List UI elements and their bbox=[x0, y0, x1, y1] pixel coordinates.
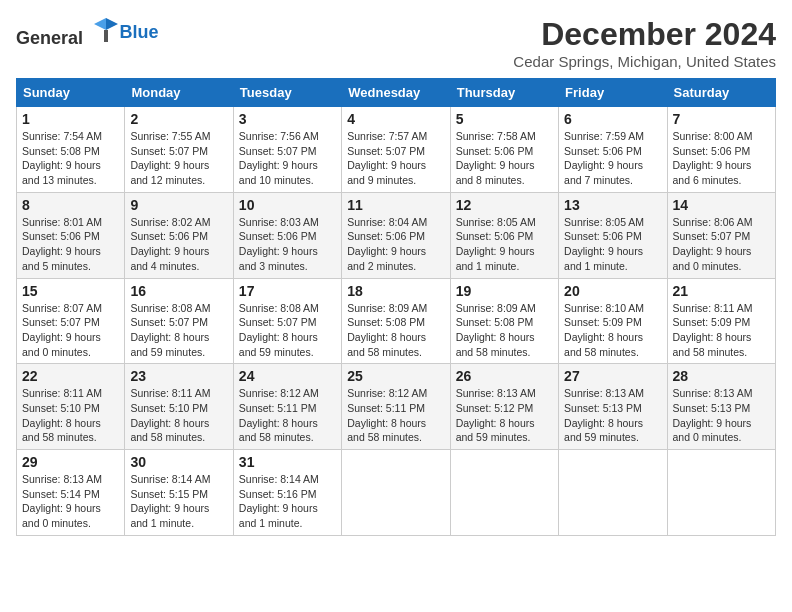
day-detail: Sunrise: 8:13 AM Sunset: 5:13 PM Dayligh… bbox=[673, 386, 770, 445]
day-detail: Sunrise: 7:59 AM Sunset: 5:06 PM Dayligh… bbox=[564, 129, 661, 188]
calendar-cell: 11Sunrise: 8:04 AM Sunset: 5:06 PM Dayli… bbox=[342, 192, 450, 278]
column-header-sunday: Sunday bbox=[17, 79, 125, 107]
calendar-header-row: SundayMondayTuesdayWednesdayThursdayFrid… bbox=[17, 79, 776, 107]
calendar-cell: 13Sunrise: 8:05 AM Sunset: 5:06 PM Dayli… bbox=[559, 192, 667, 278]
day-detail: Sunrise: 8:07 AM Sunset: 5:07 PM Dayligh… bbox=[22, 301, 119, 360]
day-number: 5 bbox=[456, 111, 553, 127]
day-number: 21 bbox=[673, 283, 770, 299]
calendar-cell: 8Sunrise: 8:01 AM Sunset: 5:06 PM Daylig… bbox=[17, 192, 125, 278]
column-header-saturday: Saturday bbox=[667, 79, 775, 107]
day-number: 16 bbox=[130, 283, 227, 299]
calendar-cell bbox=[450, 450, 558, 536]
day-number: 20 bbox=[564, 283, 661, 299]
calendar-cell: 1Sunrise: 7:54 AM Sunset: 5:08 PM Daylig… bbox=[17, 107, 125, 193]
calendar-cell: 5Sunrise: 7:58 AM Sunset: 5:06 PM Daylig… bbox=[450, 107, 558, 193]
calendar-cell: 16Sunrise: 8:08 AM Sunset: 5:07 PM Dayli… bbox=[125, 278, 233, 364]
day-number: 4 bbox=[347, 111, 444, 127]
calendar-week-row: 15Sunrise: 8:07 AM Sunset: 5:07 PM Dayli… bbox=[17, 278, 776, 364]
day-detail: Sunrise: 8:01 AM Sunset: 5:06 PM Dayligh… bbox=[22, 215, 119, 274]
day-detail: Sunrise: 8:04 AM Sunset: 5:06 PM Dayligh… bbox=[347, 215, 444, 274]
column-header-friday: Friday bbox=[559, 79, 667, 107]
day-detail: Sunrise: 8:05 AM Sunset: 5:06 PM Dayligh… bbox=[456, 215, 553, 274]
day-detail: Sunrise: 8:03 AM Sunset: 5:06 PM Dayligh… bbox=[239, 215, 336, 274]
day-number: 31 bbox=[239, 454, 336, 470]
day-detail: Sunrise: 8:09 AM Sunset: 5:08 PM Dayligh… bbox=[347, 301, 444, 360]
day-number: 10 bbox=[239, 197, 336, 213]
calendar-cell bbox=[667, 450, 775, 536]
day-detail: Sunrise: 8:11 AM Sunset: 5:09 PM Dayligh… bbox=[673, 301, 770, 360]
day-number: 28 bbox=[673, 368, 770, 384]
day-number: 3 bbox=[239, 111, 336, 127]
calendar-cell: 31Sunrise: 8:14 AM Sunset: 5:16 PM Dayli… bbox=[233, 450, 341, 536]
calendar-cell: 27Sunrise: 8:13 AM Sunset: 5:13 PM Dayli… bbox=[559, 364, 667, 450]
logo-blue-text: Blue bbox=[120, 22, 159, 42]
day-number: 30 bbox=[130, 454, 227, 470]
day-number: 12 bbox=[456, 197, 553, 213]
calendar-cell bbox=[342, 450, 450, 536]
calendar-cell: 25Sunrise: 8:12 AM Sunset: 5:11 PM Dayli… bbox=[342, 364, 450, 450]
logo: General Blue bbox=[16, 16, 159, 49]
day-detail: Sunrise: 7:54 AM Sunset: 5:08 PM Dayligh… bbox=[22, 129, 119, 188]
page-header: General Blue December 2024 Cedar Springs… bbox=[16, 16, 776, 70]
svg-marker-0 bbox=[106, 18, 118, 30]
calendar-week-row: 1Sunrise: 7:54 AM Sunset: 5:08 PM Daylig… bbox=[17, 107, 776, 193]
calendar-cell: 30Sunrise: 8:14 AM Sunset: 5:15 PM Dayli… bbox=[125, 450, 233, 536]
calendar-cell: 24Sunrise: 8:12 AM Sunset: 5:11 PM Dayli… bbox=[233, 364, 341, 450]
calendar-week-row: 22Sunrise: 8:11 AM Sunset: 5:10 PM Dayli… bbox=[17, 364, 776, 450]
calendar-cell: 4Sunrise: 7:57 AM Sunset: 5:07 PM Daylig… bbox=[342, 107, 450, 193]
calendar-cell: 28Sunrise: 8:13 AM Sunset: 5:13 PM Dayli… bbox=[667, 364, 775, 450]
calendar-cell: 2Sunrise: 7:55 AM Sunset: 5:07 PM Daylig… bbox=[125, 107, 233, 193]
calendar-cell: 18Sunrise: 8:09 AM Sunset: 5:08 PM Dayli… bbox=[342, 278, 450, 364]
calendar-cell: 15Sunrise: 8:07 AM Sunset: 5:07 PM Dayli… bbox=[17, 278, 125, 364]
column-header-monday: Monday bbox=[125, 79, 233, 107]
day-detail: Sunrise: 8:13 AM Sunset: 5:13 PM Dayligh… bbox=[564, 386, 661, 445]
day-detail: Sunrise: 8:00 AM Sunset: 5:06 PM Dayligh… bbox=[673, 129, 770, 188]
day-number: 15 bbox=[22, 283, 119, 299]
day-number: 25 bbox=[347, 368, 444, 384]
day-detail: Sunrise: 8:12 AM Sunset: 5:11 PM Dayligh… bbox=[347, 386, 444, 445]
day-number: 26 bbox=[456, 368, 553, 384]
day-number: 13 bbox=[564, 197, 661, 213]
calendar-cell: 20Sunrise: 8:10 AM Sunset: 5:09 PM Dayli… bbox=[559, 278, 667, 364]
calendar-cell: 21Sunrise: 8:11 AM Sunset: 5:09 PM Dayli… bbox=[667, 278, 775, 364]
svg-rect-2 bbox=[104, 30, 108, 42]
day-detail: Sunrise: 8:14 AM Sunset: 5:16 PM Dayligh… bbox=[239, 472, 336, 531]
calendar-cell: 23Sunrise: 8:11 AM Sunset: 5:10 PM Dayli… bbox=[125, 364, 233, 450]
column-header-wednesday: Wednesday bbox=[342, 79, 450, 107]
day-detail: Sunrise: 7:55 AM Sunset: 5:07 PM Dayligh… bbox=[130, 129, 227, 188]
day-detail: Sunrise: 8:11 AM Sunset: 5:10 PM Dayligh… bbox=[130, 386, 227, 445]
calendar-cell: 14Sunrise: 8:06 AM Sunset: 5:07 PM Dayli… bbox=[667, 192, 775, 278]
calendar-cell: 6Sunrise: 7:59 AM Sunset: 5:06 PM Daylig… bbox=[559, 107, 667, 193]
day-number: 27 bbox=[564, 368, 661, 384]
calendar-week-row: 8Sunrise: 8:01 AM Sunset: 5:06 PM Daylig… bbox=[17, 192, 776, 278]
calendar-cell: 10Sunrise: 8:03 AM Sunset: 5:06 PM Dayli… bbox=[233, 192, 341, 278]
day-number: 19 bbox=[456, 283, 553, 299]
day-number: 24 bbox=[239, 368, 336, 384]
day-detail: Sunrise: 8:08 AM Sunset: 5:07 PM Dayligh… bbox=[239, 301, 336, 360]
calendar-cell: 9Sunrise: 8:02 AM Sunset: 5:06 PM Daylig… bbox=[125, 192, 233, 278]
calendar-cell bbox=[559, 450, 667, 536]
calendar-cell: 19Sunrise: 8:09 AM Sunset: 5:08 PM Dayli… bbox=[450, 278, 558, 364]
month-title: December 2024 bbox=[513, 16, 776, 53]
calendar-cell: 26Sunrise: 8:13 AM Sunset: 5:12 PM Dayli… bbox=[450, 364, 558, 450]
calendar-cell: 7Sunrise: 8:00 AM Sunset: 5:06 PM Daylig… bbox=[667, 107, 775, 193]
day-number: 6 bbox=[564, 111, 661, 127]
day-detail: Sunrise: 8:12 AM Sunset: 5:11 PM Dayligh… bbox=[239, 386, 336, 445]
day-detail: Sunrise: 8:14 AM Sunset: 5:15 PM Dayligh… bbox=[130, 472, 227, 531]
day-detail: Sunrise: 8:10 AM Sunset: 5:09 PM Dayligh… bbox=[564, 301, 661, 360]
calendar-cell: 29Sunrise: 8:13 AM Sunset: 5:14 PM Dayli… bbox=[17, 450, 125, 536]
day-number: 18 bbox=[347, 283, 444, 299]
calendar-table: SundayMondayTuesdayWednesdayThursdayFrid… bbox=[16, 78, 776, 536]
day-number: 29 bbox=[22, 454, 119, 470]
title-area: December 2024 Cedar Springs, Michigan, U… bbox=[513, 16, 776, 70]
location-title: Cedar Springs, Michigan, United States bbox=[513, 53, 776, 70]
day-detail: Sunrise: 8:08 AM Sunset: 5:07 PM Dayligh… bbox=[130, 301, 227, 360]
column-header-tuesday: Tuesday bbox=[233, 79, 341, 107]
calendar-cell: 22Sunrise: 8:11 AM Sunset: 5:10 PM Dayli… bbox=[17, 364, 125, 450]
calendar-cell: 3Sunrise: 7:56 AM Sunset: 5:07 PM Daylig… bbox=[233, 107, 341, 193]
svg-marker-1 bbox=[94, 18, 106, 30]
day-number: 2 bbox=[130, 111, 227, 127]
day-number: 23 bbox=[130, 368, 227, 384]
day-number: 14 bbox=[673, 197, 770, 213]
calendar-cell: 12Sunrise: 8:05 AM Sunset: 5:06 PM Dayli… bbox=[450, 192, 558, 278]
